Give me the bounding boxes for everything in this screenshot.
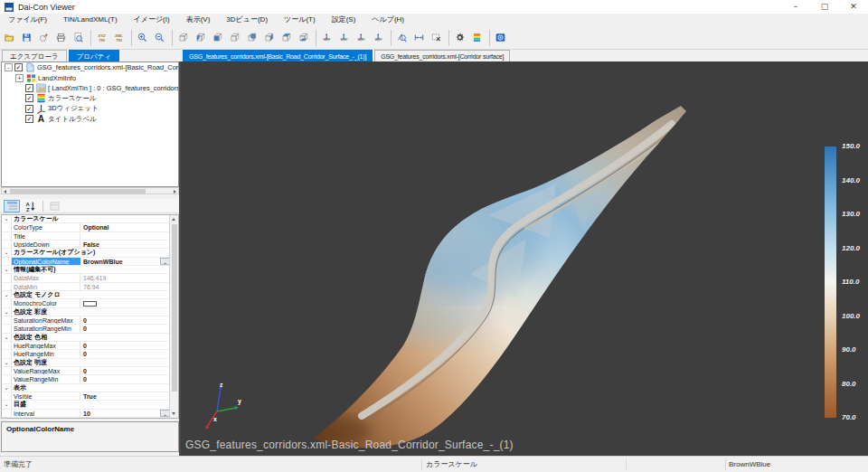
collapse-arrow-icon[interactable]: ⌄ bbox=[2, 401, 12, 408]
tree-item[interactable]: ✓カラースケール bbox=[2, 93, 178, 103]
tree-checkbox[interactable]: ✓ bbox=[25, 94, 33, 102]
panel-tab[interactable]: エクスプローラ bbox=[2, 50, 67, 61]
property-category[interactable]: ⌄目盛 bbox=[2, 401, 170, 409]
xyz-tin-button[interactable]: XYZTIN bbox=[94, 29, 111, 47]
menu-item[interactable]: イメージ(I) bbox=[126, 14, 178, 26]
collapse-arrow-icon[interactable]: ⌄ bbox=[2, 215, 12, 222]
axis-view-front-button[interactable] bbox=[336, 29, 354, 47]
axis-view-iso-button[interactable] bbox=[371, 29, 388, 47]
collapse-arrow-icon[interactable]: ⌄ bbox=[2, 308, 12, 316]
view-cube-back-button[interactable] bbox=[244, 29, 261, 47]
collapse-arrow-icon[interactable]: ⌄ bbox=[2, 334, 12, 341]
tree-item[interactable]: ✓3Dウィジェット bbox=[2, 104, 178, 114]
property-value[interactable] bbox=[80, 299, 170, 307]
property-value[interactable]: Optional bbox=[80, 223, 170, 231]
property-category[interactable]: ⌄カラースケール bbox=[2, 215, 170, 223]
close-button[interactable]: ✕ bbox=[839, 0, 868, 14]
property-value[interactable]: 0 bbox=[80, 350, 170, 357]
save-button[interactable] bbox=[19, 29, 36, 47]
scroll-left-icon[interactable] bbox=[4, 190, 6, 194]
property-category[interactable]: ⌄表示 bbox=[2, 384, 170, 392]
property-value[interactable]: 76.94 bbox=[80, 283, 170, 290]
tree-item[interactable]: +LandXmlInfo bbox=[2, 72, 178, 82]
property-category[interactable]: ⌄色設定 色相 bbox=[2, 334, 170, 342]
tree-expander-icon[interactable]: - bbox=[5, 63, 13, 71]
axis-view-top-button[interactable] bbox=[319, 29, 336, 47]
property-value[interactable]: 0 bbox=[80, 316, 170, 324]
property-value[interactable]: 10 bbox=[80, 410, 170, 417]
property-row[interactable]: SaturationRangeMax0 bbox=[2, 316, 170, 325]
property-value[interactable] bbox=[80, 232, 170, 240]
minimize-button[interactable]: – bbox=[781, 0, 810, 14]
panel-tab[interactable]: プロパティ bbox=[69, 50, 119, 61]
info-button[interactable] bbox=[493, 29, 510, 47]
tree-checkbox[interactable]: ✓ bbox=[14, 63, 23, 71]
selection-clear-button[interactable] bbox=[429, 29, 446, 47]
property-category[interactable]: ⌄情報(編集不可) bbox=[2, 266, 170, 274]
property-pages-button[interactable] bbox=[46, 200, 62, 212]
property-row[interactable]: Interval10⌄ bbox=[2, 410, 170, 418]
property-row[interactable]: VisibleTrue bbox=[2, 392, 170, 401]
open-file-button[interactable] bbox=[2, 29, 19, 47]
collapse-arrow-icon[interactable]: ⌄ bbox=[2, 384, 12, 392]
property-value[interactable]: 0 bbox=[80, 342, 170, 349]
scroll-up-icon[interactable] bbox=[172, 218, 175, 221]
viewport-3d[interactable]: z y x 150.0140.0130.0120.0110.0100.090.0… bbox=[181, 61, 868, 456]
property-value[interactable]: BrownWBlue bbox=[80, 258, 170, 265]
property-category[interactable]: ⌄色設定 モノクロ bbox=[2, 291, 170, 299]
property-category[interactable]: ⌄色設定 明度 bbox=[2, 359, 170, 367]
collapse-arrow-icon[interactable]: ⌄ bbox=[2, 359, 12, 366]
tree-horizontal-scrollbar[interactable] bbox=[1, 187, 179, 194]
zoom-in-button[interactable] bbox=[135, 29, 152, 47]
export-points-button[interactable] bbox=[36, 29, 53, 47]
tree-checkbox[interactable]: ✓ bbox=[25, 84, 33, 92]
scrollbar-thumb[interactable] bbox=[10, 189, 146, 194]
view-cube-left-button[interactable] bbox=[193, 29, 210, 47]
view-cube-right-button[interactable] bbox=[261, 29, 278, 47]
categorized-view-button[interactable] bbox=[4, 200, 20, 212]
settings-gear-button[interactable] bbox=[452, 29, 469, 47]
collapse-arrow-icon[interactable]: ⌄ bbox=[2, 266, 12, 273]
axis-view-side-button[interactable] bbox=[354, 29, 371, 47]
menu-item[interactable]: TIN/LandXML(T) bbox=[55, 14, 126, 26]
color-scale-button[interactable] bbox=[469, 29, 486, 47]
property-value[interactable]: 146.419 bbox=[80, 274, 170, 281]
menu-item[interactable]: 3Dビュー(D) bbox=[218, 14, 276, 26]
print-preview-button[interactable] bbox=[71, 29, 88, 47]
property-row[interactable]: HueRangeMax0 bbox=[2, 342, 170, 350]
tree-checkbox[interactable]: ✓ bbox=[25, 105, 33, 113]
property-row[interactable]: ValueRangeMin0 bbox=[2, 375, 170, 383]
scroll-down-icon[interactable] bbox=[172, 412, 175, 415]
measure-distance-button[interactable] bbox=[411, 29, 429, 47]
property-value[interactable]: False bbox=[80, 241, 170, 248]
collapse-arrow-icon[interactable]: ⌄ bbox=[2, 249, 12, 256]
maximize-button[interactable]: ▢ bbox=[810, 0, 839, 14]
tree-item[interactable]: ✓Aタイトルラベル bbox=[2, 114, 178, 124]
menu-item[interactable]: ヘルプ(H) bbox=[363, 14, 412, 26]
property-row[interactable]: ColorTypeOptional bbox=[2, 223, 170, 231]
collapse-arrow-icon[interactable]: ⌄ bbox=[2, 291, 12, 298]
document-tab[interactable]: GSG_features_corridors.xml-[Corridor sur… bbox=[374, 50, 510, 61]
document-tab[interactable]: GSG_features_corridors.xml-[Basic_Road_C… bbox=[183, 50, 373, 61]
scroll-right-icon[interactable] bbox=[174, 190, 176, 194]
tree-checkbox[interactable]: ✓ bbox=[25, 115, 33, 123]
color-swatch[interactable] bbox=[83, 301, 97, 307]
menu-item[interactable]: 表示(V) bbox=[178, 14, 219, 26]
zoom-out-button[interactable] bbox=[152, 29, 169, 47]
xml-tin-button[interactable]: XMLTIN bbox=[111, 29, 128, 47]
tree-expander-icon[interactable]: + bbox=[15, 74, 24, 82]
menu-item[interactable]: 設定(S) bbox=[324, 14, 364, 26]
property-value[interactable]: 0 bbox=[80, 325, 170, 332]
property-value[interactable]: 0 bbox=[80, 375, 170, 382]
menu-item[interactable]: ファイル(F) bbox=[0, 14, 55, 26]
property-value[interactable]: 0 bbox=[80, 367, 170, 374]
view-cube-top-button[interactable] bbox=[278, 29, 296, 47]
view-cube-top2-button[interactable] bbox=[227, 29, 244, 47]
scrollbar-thumb[interactable] bbox=[172, 224, 177, 392]
view-cube-bottom-button[interactable] bbox=[296, 29, 313, 47]
property-row[interactable]: DataMax146.419 bbox=[2, 274, 170, 282]
tree-item[interactable]: -✓GSG_features_corridors.xml-[Basic_Road… bbox=[2, 62, 178, 72]
measure-zoom-button[interactable] bbox=[394, 29, 411, 47]
property-row[interactable]: Title bbox=[2, 232, 170, 241]
print-button[interactable] bbox=[53, 29, 71, 47]
